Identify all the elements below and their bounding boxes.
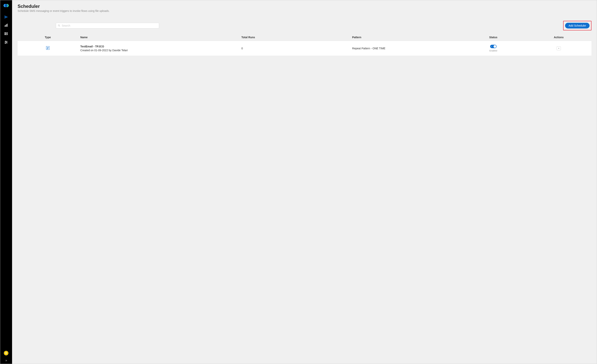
row-created: Created on 01-09-2022 by Davide Telari [80,49,237,52]
col-header-actions: Actions [526,34,591,41]
svg-point-2 [5,4,8,7]
col-header-type: Type [18,34,78,41]
svg-point-17 [58,25,59,26]
row-total-runs: 0 [239,41,350,56]
add-scheduler-button[interactable]: Add Scheduler [565,23,589,29]
col-header-runs: Total Runs [239,34,350,41]
search-icon [58,24,60,27]
table-row[interactable]: TestEmail - TPJCO Created on 01-09-2022 … [18,41,591,56]
sidebar-item-analytics[interactable] [0,21,12,30]
webex-logo[interactable] [3,2,9,9]
scheduler-type-icon [46,46,50,50]
toolbar: Add Scheduler [18,21,591,31]
search-wrap [56,23,159,29]
svg-marker-23 [558,48,559,49]
svg-rect-5 [6,24,7,27]
status-label: Enabled [463,49,524,52]
col-header-status: Status [461,34,526,41]
sidebar-expand-handle[interactable] [0,358,12,363]
content-wrap: Add Scheduler Type Name Total Runs Patte… [12,13,597,60]
svg-point-10 [5,34,5,34]
svg-rect-6 [7,24,8,27]
scheduler-table: Type Name Total Runs Pattern Status Acti… [18,34,591,56]
main-content: Scheduler Schedule SMS messaging or even… [12,0,597,364]
sidebar-item-send[interactable] [0,13,12,21]
app-root: D Scheduler Schedule SMS messaging or ev… [0,0,597,364]
avatar[interactable]: D [4,351,8,355]
svg-line-18 [59,26,60,27]
svg-rect-4 [6,25,6,27]
sidebar-item-assets[interactable] [0,30,12,38]
search-input[interactable] [56,23,159,29]
sidebar: D [0,0,12,364]
row-name: TestEmail - TPJCO [80,45,237,48]
table-header-row: Type Name Total Runs Pattern Status Acti… [18,34,591,41]
svg-rect-3 [5,25,5,27]
page-header: Scheduler Schedule SMS messaging or even… [12,0,597,13]
page-title: Scheduler [18,4,591,9]
add-scheduler-highlight: Add Scheduler [563,21,591,31]
col-header-pattern: Pattern [350,34,460,41]
row-actions-dropdown[interactable] [557,46,561,50]
svg-point-16 [5,43,6,43]
status-toggle[interactable]: ✓ [490,45,497,48]
check-icon: ✓ [491,45,492,48]
page-subtitle: Schedule SMS messaging or event triggers… [18,9,591,12]
svg-point-14 [6,42,7,42]
svg-point-9 [5,33,5,33]
svg-point-12 [5,41,6,41]
sidebar-item-settings[interactable] [0,38,12,46]
col-header-name: Name [78,34,239,41]
row-pattern: Repeat Pattern - ONE TIME [350,41,460,56]
